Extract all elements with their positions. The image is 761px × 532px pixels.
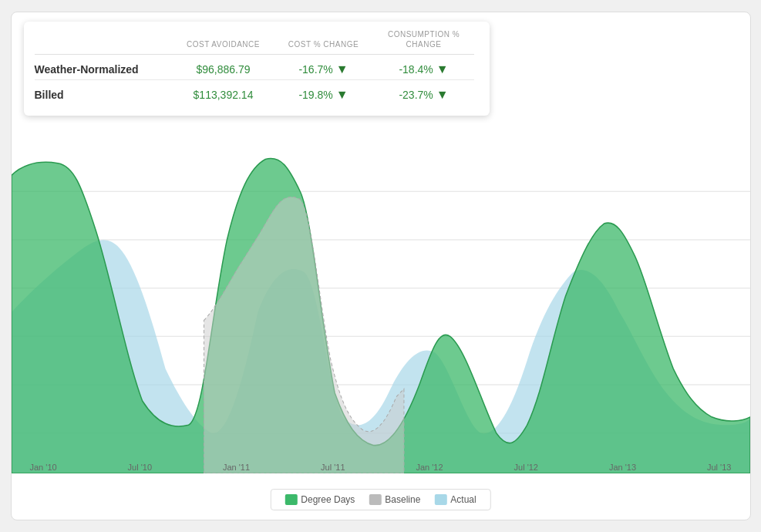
row-label-billed: Billed	[35, 89, 173, 101]
legend-item-actual: Actual	[434, 494, 476, 505]
legend-label-baseline: Baseline	[385, 494, 420, 505]
x-label-jan11: Jan '11	[223, 463, 250, 472]
x-label-jan10: Jan '10	[30, 463, 57, 472]
legend-label-actual: Actual	[450, 494, 476, 505]
cell-billed-cost-change: -19.8% ▼	[274, 88, 374, 102]
legend-item-degree-days: Degree Days	[285, 494, 355, 505]
legend-label-degree-days: Degree Days	[301, 494, 355, 505]
cell-billed-cost-avoidance: $113,392.14	[173, 89, 274, 101]
down-arrow-icon-billed-cost: ▼	[336, 88, 349, 102]
cell-wn-cost-change: -16.7% ▼	[274, 62, 374, 76]
legend-swatch-baseline	[369, 494, 381, 505]
chart-svg	[12, 151, 750, 473]
chart-area	[12, 151, 750, 473]
row-billed: Billed $113,392.14 -19.8% ▼ -23.7% ▼	[35, 80, 474, 105]
legend-item-baseline: Baseline	[369, 494, 420, 505]
legend-swatch-degree-days	[285, 494, 297, 505]
row-label-weather: Weather-Normalized	[35, 63, 173, 76]
stats-table: COST AVOIDANCE COST % CHANGE CONSUMPTION…	[24, 22, 490, 116]
cell-wn-consumption-change: -18.4% ▼	[374, 62, 474, 76]
cell-wn-cost-avoidance: $96,886.79	[173, 63, 274, 76]
chart-legend: Degree Days Baseline Actual	[270, 489, 490, 510]
col-header-consumption-change: CONSUMPTION % CHANGE	[374, 29, 474, 49]
row-weather-normalized: Weather-Normalized $96,886.79 -16.7% ▼ -…	[35, 55, 474, 80]
x-label-jul11: Jul '11	[321, 463, 345, 472]
x-label-jan12: Jan '12	[416, 463, 443, 472]
x-label-jul13: Jul '13	[707, 463, 731, 472]
legend-swatch-actual	[434, 494, 446, 505]
down-arrow-icon-wn-consumption: ▼	[436, 62, 449, 76]
down-arrow-icon-wn-cost: ▼	[336, 62, 349, 76]
cell-billed-consumption-change: -23.7% ▼	[374, 88, 474, 102]
x-label-jul10: Jul '10	[128, 463, 152, 472]
stats-header: COST AVOIDANCE COST % CHANGE CONSUMPTION…	[35, 29, 474, 55]
col-header-cost-avoidance: COST AVOIDANCE	[173, 39, 274, 49]
x-label-jul12: Jul '12	[514, 463, 538, 472]
main-container: COST AVOIDANCE COST % CHANGE CONSUMPTION…	[11, 12, 751, 520]
down-arrow-icon-billed-consumption: ▼	[436, 88, 449, 102]
x-label-jan13: Jan '13	[609, 463, 636, 472]
x-axis-labels: Jan '10 Jul '10 Jan '11 Jul '11 Jan '12 …	[19, 463, 742, 472]
col-header-cost-change: COST % CHANGE	[274, 39, 374, 49]
